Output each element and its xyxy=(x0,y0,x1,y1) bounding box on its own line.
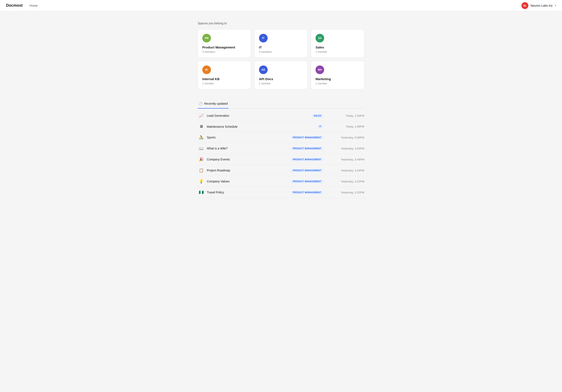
space-card[interactable]: IT IT 3 members xyxy=(255,29,308,57)
space-members: 3 members xyxy=(202,50,246,53)
space-name: Sales xyxy=(316,45,360,49)
space-icon: MA xyxy=(316,66,324,74)
space-members: 3 members xyxy=(259,50,303,53)
chevron-down-icon: ▾ xyxy=(555,4,556,7)
doc-space-badge: PRODUCT MANAGEMENT xyxy=(291,190,323,194)
doc-time: Today, 1:49PM xyxy=(336,125,364,128)
space-card[interactable]: AD API Docs 1 member xyxy=(255,61,308,89)
space-members: 1 member xyxy=(316,82,360,85)
home-link[interactable]: Home xyxy=(30,4,37,7)
doc-space-badge: SALES xyxy=(312,114,323,118)
doc-space-badge: PRODUCT MANAGEMENT xyxy=(291,136,323,139)
doc-space-badge: IT xyxy=(317,125,323,128)
space-icon: SA xyxy=(316,34,324,43)
doc-emoji: 📋 xyxy=(198,168,205,173)
space-members: 1 member xyxy=(259,82,303,85)
recently-updated-tab[interactable]: 🕐 Recently updated xyxy=(198,100,229,109)
user-avatar: NL xyxy=(521,2,528,9)
doc-emoji: 🎉 xyxy=(198,157,205,162)
space-card[interactable]: SA Sales 1 member xyxy=(311,29,364,57)
doc-row[interactable]: 📈 Lead Generation SALES Today, 1:50PM xyxy=(198,110,364,121)
doc-name: Sports xyxy=(207,136,291,139)
doc-name: Travel Policy xyxy=(207,190,291,194)
space-name: IT xyxy=(259,45,303,49)
doc-space-badge: PRODUCT MANAGEMENT xyxy=(291,147,323,150)
space-icon: IT xyxy=(259,34,268,43)
tab-label: Recently updated xyxy=(204,102,228,105)
doc-time: Yesterday, 5:08PM xyxy=(336,136,364,139)
doc-name: Project Roadmap xyxy=(207,169,291,172)
doc-emoji: 💡 xyxy=(198,179,205,184)
doc-name: Company Events xyxy=(207,158,291,161)
tabs-row: 🕐 Recently updated xyxy=(198,100,364,109)
doc-space-badge: PRODUCT MANAGEMENT xyxy=(291,158,323,161)
doc-name: Company Values xyxy=(207,180,291,183)
user-name: Neuron Labs Inc xyxy=(530,4,553,7)
spaces-section-title: Spaces you belong to xyxy=(198,22,364,25)
doc-time: Yesterday, 3:53PM xyxy=(336,147,364,150)
doc-row[interactable]: 🇳🇬 Travel Policy PRODUCT MANAGEMENT Yest… xyxy=(198,187,364,198)
doc-name: Maintenance Schedule xyxy=(207,125,317,128)
main-content: Spaces you belong to PM Product Manageme… xyxy=(193,11,369,215)
doc-space-badge: PRODUCT MANAGEMENT xyxy=(291,169,323,172)
space-card[interactable]: PM Product Management 3 members xyxy=(198,29,251,57)
doc-name: What is a Wiki? xyxy=(207,147,291,150)
doc-row[interactable]: 💡 Company Values PRODUCT MANAGEMENT Yest… xyxy=(198,176,364,187)
app-title: Docmost xyxy=(6,3,23,8)
space-name: API Docs xyxy=(259,77,303,81)
doc-time: Yesterday, 3:22PM xyxy=(336,180,364,183)
doc-emoji: 🖥 xyxy=(198,124,205,129)
doc-time: Yesterday, 3:49PM xyxy=(336,158,364,161)
doc-time: Yesterday, 3:34PM xyxy=(336,169,364,172)
spaces-grid: PM Product Management 3 members IT IT 3 … xyxy=(198,29,364,89)
space-card[interactable]: MA Marketing 1 member xyxy=(311,61,364,89)
doc-emoji: 📖 xyxy=(198,146,205,151)
doc-row[interactable]: 📖 What is a Wiki? PRODUCT MANAGEMENT Yes… xyxy=(198,143,364,154)
doc-emoji: 🇳🇬 xyxy=(198,190,205,195)
doc-emoji: 📈 xyxy=(198,113,205,118)
doc-row[interactable]: 🎉 Company Events PRODUCT MANAGEMENT Yest… xyxy=(198,154,364,165)
space-icon: PM xyxy=(202,34,211,43)
space-members: 1 member xyxy=(316,50,360,53)
space-members: 1 member xyxy=(202,82,246,85)
doc-name: Lead Generation xyxy=(207,114,312,117)
nav-left: Docmost Home xyxy=(6,3,37,8)
space-icon: IK xyxy=(202,66,211,74)
space-name: Marketing xyxy=(316,77,360,81)
doc-row[interactable]: 📋 Project Roadmap PRODUCT MANAGEMENT Yes… xyxy=(198,165,364,176)
space-icon: AD xyxy=(259,66,268,74)
doc-time: Today, 1:50PM xyxy=(336,114,364,117)
doc-space-badge: PRODUCT MANAGEMENT xyxy=(291,180,323,183)
doc-row[interactable]: 🚴 Sports PRODUCT MANAGEMENT Yesterday, 5… xyxy=(198,132,364,143)
user-menu[interactable]: NL Neuron Labs Inc ▾ xyxy=(521,2,556,9)
clock-icon: 🕐 xyxy=(199,102,203,106)
doc-time: Yesterday, 3:22PM xyxy=(336,191,364,194)
documents-list: 📈 Lead Generation SALES Today, 1:50PM 🖥 … xyxy=(198,110,364,198)
top-nav: Docmost Home NL Neuron Labs Inc ▾ xyxy=(0,0,562,11)
space-name: Product Management xyxy=(202,45,246,49)
space-card[interactable]: IK Internal KB 1 member xyxy=(198,61,251,89)
doc-emoji: 🚴 xyxy=(198,135,205,140)
space-name: Internal KB xyxy=(202,77,246,81)
doc-row[interactable]: 🖥 Maintenance Schedule IT Today, 1:49PM xyxy=(198,121,364,132)
